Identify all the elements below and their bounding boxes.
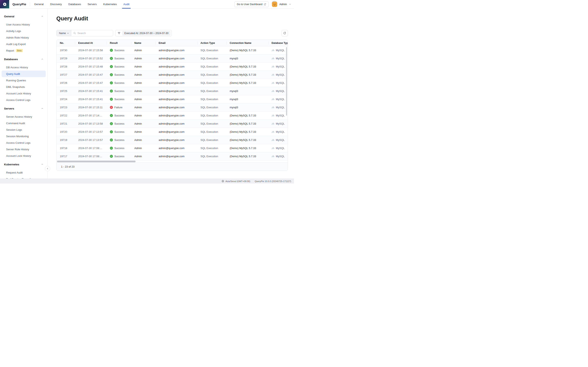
cell-result: ✓Success	[107, 65, 131, 68]
cell-connection-name: (Demo) MySQL 5.7.33	[226, 155, 268, 158]
cell-email: admin@querypie.com	[155, 114, 197, 117]
table-row[interactable]: 197192024-07-30 17:13:57✓SuccessAdminadm…	[57, 136, 288, 144]
success-icon: ✓	[110, 81, 113, 84]
table-row[interactable]: 197282024-07-30 17:15:48✓SuccessAdminadm…	[57, 63, 288, 71]
go-to-user-dashboard-button[interactable]: Go to User Dashboard	[234, 1, 269, 7]
sidebar-item-label: DB Access History	[6, 66, 28, 69]
column-header-no[interactable]: No.	[57, 40, 75, 46]
nav-tab-audit[interactable]: Audit	[120, 0, 133, 8]
sidebar-section-header-databases[interactable]: Databases	[0, 57, 47, 62]
sidebar-item-activity-logs[interactable]: Activity Logs	[2, 28, 46, 34]
sidebar-item-session-monitoring[interactable]: Session Monitoring	[2, 133, 46, 140]
column-header-name[interactable]: Name	[131, 40, 155, 46]
sidebar-item-access-control-logs[interactable]: Access Control Logs	[2, 140, 46, 146]
success-icon: ✓	[110, 98, 113, 101]
cell-no: 19730	[57, 49, 75, 52]
cell-email: admin@querypie.com	[155, 98, 197, 101]
table-row[interactable]: 197212024-07-30 17:13:58✓SuccessAdminadm…	[57, 120, 288, 128]
cell-no: 19724	[57, 98, 75, 101]
sidebar-collapse-button[interactable]	[45, 166, 50, 171]
querypie-logo[interactable]	[0, 0, 9, 8]
table-row[interactable]: 197232024-07-30 17:15:11✕FailureAdminadm…	[57, 103, 288, 111]
cell-email: admin@querypie.com	[155, 138, 197, 142]
table-row[interactable]: 197182024-07-30 17:08:...✓SuccessAdminad…	[57, 144, 288, 152]
nav-tab-general[interactable]: General	[31, 0, 47, 8]
refresh-button[interactable]	[282, 30, 288, 36]
sidebar-item-running-queries[interactable]: Running Queries	[2, 77, 46, 83]
table-row[interactable]: 197252024-07-30 17:15:41✓SuccessAdminadm…	[57, 87, 288, 95]
table-row[interactable]: 197272024-07-30 17:15:47✓SuccessAdminadm…	[57, 71, 288, 79]
database-type-label: MySQL	[276, 65, 285, 68]
sidebar-item-session-logs[interactable]: Session Logs	[2, 126, 46, 133]
sidebar-item-account-lock-history[interactable]: Account Lock History	[2, 152, 46, 159]
column-header-executed-at[interactable]: Executed At	[75, 40, 107, 46]
nav-tab-discovery[interactable]: Discovery	[47, 0, 65, 8]
column-header-database-type[interactable]: Database Type	[268, 40, 288, 46]
sidebar-item-pod-session-recordings[interactable]: Pod Session Recordings	[2, 176, 46, 179]
sidebar-item-access-control-logs[interactable]: Access Control Logs	[2, 97, 46, 103]
sidebar-item-label: Access Control Logs	[6, 99, 30, 101]
cell-action-type: SQL Execution	[197, 106, 226, 109]
timezone-indicator[interactable]: Asia/Seoul (GMT+09:00)	[222, 180, 250, 183]
table-row[interactable]: 197222024-07-30 17:14:...✓SuccessAdminad…	[57, 111, 288, 120]
sidebar-section-header-general[interactable]: General	[0, 14, 47, 19]
database-type-label: MySQL	[276, 138, 285, 142]
executed-at-filter[interactable]: Executed At: 2024-07-30 ~ 2024-07-30	[115, 30, 172, 36]
sidebar-item-label: Running Queries	[6, 79, 26, 82]
sidebar-item-label: Account Lock History	[6, 92, 31, 95]
mysql-dolphin-icon	[272, 90, 274, 92]
external-link-icon	[264, 3, 266, 6]
sidebar-item-server-role-history[interactable]: Server Role History	[2, 146, 46, 152]
cell-database-type: MySQL	[268, 138, 288, 142]
search-field-selector[interactable]: Name	[57, 30, 71, 36]
vertical-scrollbar-thumb[interactable]	[286, 47, 287, 116]
cell-email: admin@querypie.com	[155, 57, 197, 60]
user-name[interactable]: Admin	[279, 3, 287, 6]
search-input[interactable]	[77, 32, 111, 35]
column-header-action-type[interactable]: Action Type	[197, 40, 226, 46]
nav-tab-servers[interactable]: Servers	[84, 0, 100, 8]
table-row[interactable]: 197172024-07-30 17:08:...✓SuccessAdminad…	[57, 152, 288, 160]
sidebar-section-header-servers[interactable]: Servers	[0, 106, 47, 111]
sidebar-item-report[interactable]: ReportBeta	[2, 47, 46, 54]
table-row[interactable]: 197302024-07-30 17:15:58✓SuccessAdminadm…	[57, 46, 288, 54]
sidebar-item-server-access-history[interactable]: Server Access History	[2, 113, 46, 120]
horizontal-scrollbar-thumb[interactable]	[57, 161, 136, 162]
cell-action-type: SQL Execution	[197, 122, 226, 125]
result-label: Success	[114, 114, 124, 117]
cell-name: Admin	[131, 138, 155, 142]
top-navigation-bar: QueryPie GeneralDiscoveryDatabasesServer…	[0, 0, 294, 8]
sidebar-item-request-audit[interactable]: Request Audit	[2, 169, 46, 176]
nav-tab-databases[interactable]: Databases	[65, 0, 84, 8]
timezone-label: Asia/Seoul (GMT+09:00)	[225, 180, 250, 183]
database-type-label: MySQL	[276, 106, 285, 109]
sidebar-item-label: Request Audit	[6, 171, 23, 174]
cell-name: Admin	[131, 73, 155, 76]
version-label: QueryPie 10.0.0 (20240725-171127)	[255, 180, 291, 183]
table-row[interactable]: 197262024-07-30 17:15:47✓SuccessAdminadm…	[57, 79, 288, 87]
table-row[interactable]: 197202024-07-30 17:13:57✓SuccessAdminadm…	[57, 128, 288, 136]
table-row[interactable]: 197242024-07-30 17:15:41✓SuccessAdminadm…	[57, 95, 288, 103]
sidebar-item-dml-snapshots[interactable]: DML Snapshots	[2, 83, 46, 90]
query-audit-table: No.Executed AtResultNameEmailAction Type…	[56, 40, 288, 171]
sidebar-section-header-kubernetes[interactable]: Kubernetes	[0, 162, 47, 167]
sidebar-item-db-access-history[interactable]: DB Access History	[2, 64, 46, 71]
cell-no: 19729	[57, 57, 75, 60]
cell-email: admin@querypie.com	[155, 130, 197, 133]
sidebar-item-audit-log-export[interactable]: Audit Log Export	[2, 41, 46, 47]
cell-database-type: MySQL	[268, 122, 288, 125]
chevron-down-icon[interactable]	[289, 3, 291, 5]
column-header-email[interactable]: Email	[155, 40, 197, 46]
avatar[interactable]	[272, 2, 277, 7]
column-header-result[interactable]: Result	[107, 40, 131, 46]
result-label: Success	[114, 147, 124, 150]
sidebar-item-account-lock-history[interactable]: Account Lock History	[2, 90, 46, 97]
sidebar-item-user-access-history[interactable]: User Access History	[2, 21, 46, 28]
cell-result: ✓Success	[107, 98, 131, 101]
sidebar-item-command-audit[interactable]: Command Audit	[2, 120, 46, 126]
table-row[interactable]: 197292024-07-30 17:15:52✓SuccessAdminadm…	[57, 54, 288, 63]
sidebar-item-query-audit[interactable]: Query Audit	[2, 71, 46, 77]
nav-tab-kubernetes[interactable]: Kubernetes	[100, 0, 120, 8]
sidebar-item-admin-role-history[interactable]: Admin Role History	[2, 34, 46, 41]
column-header-connection-name[interactable]: Connection Name	[226, 40, 268, 46]
